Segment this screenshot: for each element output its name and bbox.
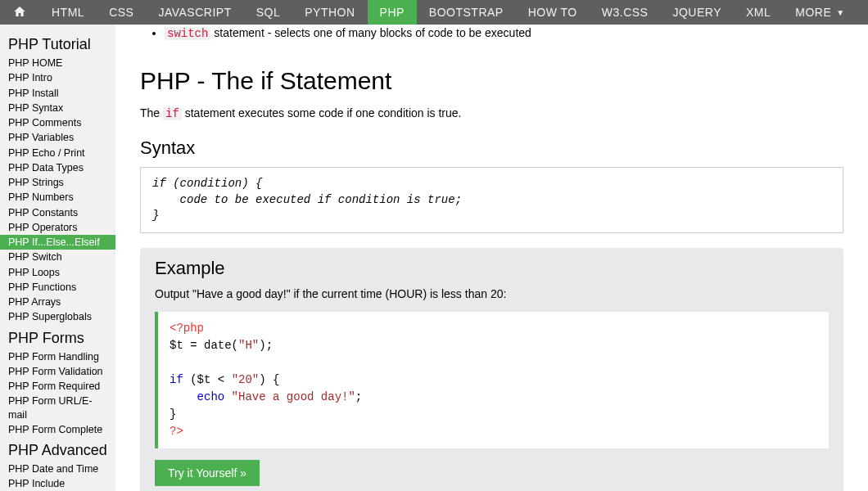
syntax-heading: Syntax bbox=[140, 137, 843, 159]
nav-item-css[interactable]: CSS bbox=[97, 0, 146, 25]
nav-item-references[interactable]: REFERENCES▼ bbox=[857, 0, 868, 25]
sidebar-item[interactable]: PHP Constants bbox=[0, 205, 115, 220]
sidebar-item[interactable]: PHP Variables bbox=[0, 130, 115, 145]
list-text: statement - selects one of many blocks o… bbox=[210, 26, 531, 39]
sidebar-item[interactable]: PHP HOME bbox=[0, 56, 115, 70]
sidebar-item[interactable]: PHP Form Complete bbox=[0, 422, 115, 437]
syntax-code: if (condition) { code to be executed if … bbox=[140, 167, 843, 233]
main-content: switch statement - selects one of many b… bbox=[115, 25, 868, 491]
sidebar-item[interactable]: PHP Install bbox=[0, 86, 115, 101]
nav-item-w3-css[interactable]: W3.CSS bbox=[590, 0, 661, 25]
nav-item-bootstrap[interactable]: BOOTSTRAP bbox=[417, 0, 516, 25]
nav-item-php[interactable]: PHP bbox=[368, 0, 417, 25]
sidebar-item[interactable]: PHP Form Required bbox=[0, 379, 115, 394]
sidebar-section-title: PHP Forms bbox=[0, 325, 115, 349]
example-heading: Example bbox=[155, 258, 829, 279]
sidebar-item[interactable]: PHP Superglobals bbox=[0, 309, 115, 324]
sidebar-item[interactable]: PHP Echo / Print bbox=[0, 146, 115, 160]
sidebar-item[interactable]: PHP Operators bbox=[0, 220, 115, 235]
list-item: switch statement - selects one of many b… bbox=[165, 25, 843, 43]
code-span: if bbox=[163, 107, 182, 120]
sidebar-item[interactable]: PHP Form Handling bbox=[0, 349, 115, 364]
statement-list: switch statement - selects one of many b… bbox=[140, 25, 843, 43]
sidebar-item[interactable]: PHP Arrays bbox=[0, 295, 115, 309]
top-nav: HTMLCSSJAVASCRIPTSQLPYTHONPHPBOOTSTRAPHO… bbox=[0, 0, 868, 25]
sidebar-item[interactable]: PHP If...Else...Elseif bbox=[0, 235, 115, 250]
sidebar-section-title: PHP Advanced bbox=[0, 437, 115, 462]
nav-item-javascript[interactable]: JAVASCRIPT bbox=[146, 0, 243, 25]
page-heading: PHP - The if Statement bbox=[140, 67, 843, 95]
sidebar: PHP TutorialPHP HOMEPHP IntroPHP Install… bbox=[0, 25, 115, 491]
nav-item-xml[interactable]: XML bbox=[734, 0, 783, 25]
nav-item-how-to[interactable]: HOW TO bbox=[516, 0, 590, 25]
code-span: switch bbox=[165, 27, 210, 40]
nav-item-sql[interactable]: SQL bbox=[244, 0, 293, 25]
sidebar-item[interactable]: PHP Functions bbox=[0, 280, 115, 295]
sidebar-item[interactable]: PHP Form URL/E-mail bbox=[0, 394, 115, 422]
sidebar-section-title: PHP Tutorial bbox=[0, 31, 115, 56]
nav-item-jquery[interactable]: JQUERY bbox=[660, 0, 734, 25]
sidebar-item[interactable]: PHP Switch bbox=[0, 250, 115, 264]
sidebar-item[interactable]: PHP Data Types bbox=[0, 160, 115, 175]
try-it-button[interactable]: Try it Yourself » bbox=[155, 460, 260, 486]
caret-down-icon: ▼ bbox=[836, 8, 844, 17]
intro-text: The if statement executes some code if o… bbox=[140, 105, 843, 123]
nav-item-more[interactable]: MORE▼ bbox=[783, 0, 857, 25]
example-code: <?php $t = date("H"); if ($t < "20") { e… bbox=[155, 312, 829, 448]
sidebar-item[interactable]: PHP Include bbox=[0, 476, 115, 491]
sidebar-item[interactable]: PHP Form Validation bbox=[0, 364, 115, 379]
example-box: Example Output "Have a good day!" if the… bbox=[140, 248, 843, 491]
nav-item-html[interactable]: HTML bbox=[39, 0, 97, 25]
sidebar-item[interactable]: PHP Strings bbox=[0, 175, 115, 190]
sidebar-item[interactable]: PHP Intro bbox=[0, 70, 115, 85]
sidebar-item[interactable]: PHP Numbers bbox=[0, 190, 115, 205]
example-desc: Output "Have a good day!" if the current… bbox=[155, 287, 829, 300]
sidebar-item[interactable]: PHP Loops bbox=[0, 265, 115, 280]
sidebar-item[interactable]: PHP Syntax bbox=[0, 101, 115, 115]
nav-item-python[interactable]: PYTHON bbox=[292, 0, 367, 25]
home-icon bbox=[13, 5, 26, 20]
sidebar-item[interactable]: PHP Date and Time bbox=[0, 462, 115, 476]
home-button[interactable] bbox=[0, 0, 39, 25]
sidebar-item[interactable]: PHP Comments bbox=[0, 115, 115, 130]
